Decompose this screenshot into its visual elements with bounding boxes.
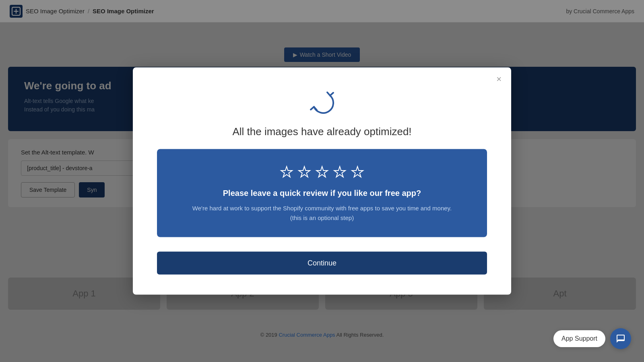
star-3[interactable]: ★ [316, 164, 328, 181]
app-support-label: App Support [553, 330, 605, 347]
optimized-modal: × All the images have already optimized!… [133, 68, 511, 295]
star-5[interactable]: ★ [351, 164, 364, 181]
star-1[interactable]: ★ [280, 164, 293, 181]
app-support-wrap: App Support [553, 328, 631, 349]
star-2[interactable]: ★ [298, 164, 311, 181]
stars-row[interactable]: ★ ★ ★ ★ ★ [173, 164, 471, 181]
review-box: ★ ★ ★ ★ ★ Please leave a quick review if… [157, 149, 487, 237]
modal-close-button[interactable]: × [496, 75, 502, 84]
continue-button[interactable]: Continue [157, 252, 487, 275]
sync-icon [308, 88, 336, 116]
star-4[interactable]: ★ [333, 164, 346, 181]
review-title: Please leave a quick review if you like … [173, 189, 471, 198]
review-desc-2: (this is an optional step) [173, 213, 471, 223]
app-support-button[interactable] [610, 328, 631, 349]
modal-message: All the images have already optimized! [157, 125, 487, 138]
review-desc-1: We're hard at work to support the Shopif… [173, 204, 471, 213]
sync-icon-wrap [157, 88, 487, 116]
